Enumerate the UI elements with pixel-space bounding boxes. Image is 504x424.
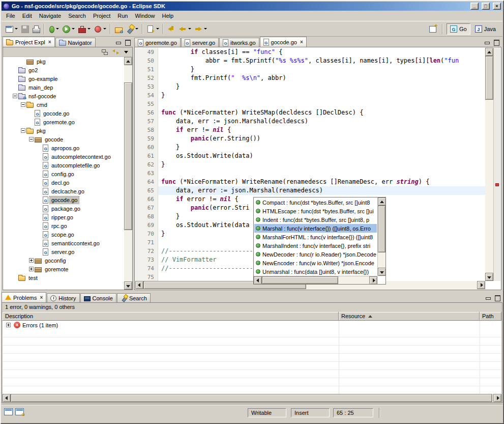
code-line-56[interactable]: 56func (*NiceFormatter) WriteSMap(declde…: [135, 108, 485, 117]
run-button[interactable]: [61, 23, 76, 35]
tree-item-rpc-go[interactable]: rpc.go: [3, 221, 124, 230]
collapse-icon[interactable]: [21, 102, 25, 107]
code-line-64[interactable]: 64func (*NiceFormatter) WriteRename(rena…: [135, 178, 485, 186]
dropdown-arrow-icon[interactable]: [156, 28, 159, 30]
search-button[interactable]: [124, 23, 140, 35]
forward-button[interactable]: [193, 23, 209, 35]
tree-item-ripper-go[interactable]: ripper.go: [3, 213, 124, 221]
print-button[interactable]: [31, 23, 42, 35]
tree-item-server-go[interactable]: server.go: [3, 247, 124, 256]
code-line-59[interactable]: 59 panic(err.String()): [135, 134, 485, 143]
completion-item-indent[interactable]: Indent : func(dst *bytes.Buffer, src []u…: [254, 215, 377, 224]
completion-item-unmarshal[interactable]: Unmarshal : func(data []uint8, v interfa…: [254, 267, 377, 275]
external-tools-button[interactable]: [76, 23, 92, 35]
view-minimize-button[interactable]: [114, 39, 123, 46]
tree-item-config-go[interactable]: config.go: [3, 169, 124, 178]
dropdown-arrow-icon[interactable]: [188, 28, 191, 30]
close-tab-icon[interactable]: ×: [300, 40, 303, 45]
scroll-right-button[interactable]: [477, 281, 485, 289]
tree-item-package-go[interactable]: package.go: [3, 204, 124, 213]
tree-item-decl-go[interactable]: decl.go: [3, 178, 124, 187]
code-line-61[interactable]: 61 os.Stdout.Write(data): [135, 152, 485, 160]
debug-button[interactable]: [47, 23, 61, 35]
editor-vertical-scrollbar[interactable]: [485, 48, 493, 281]
back-button[interactable]: [177, 23, 193, 35]
editor-tab-server-go[interactable]: server.go: [181, 38, 219, 47]
tree-item-cmd[interactable]: cmd: [3, 100, 124, 109]
scroll-right-button[interactable]: [369, 276, 377, 285]
expand-icon[interactable]: [29, 267, 34, 271]
dropdown-arrow-icon[interactable]: [15, 28, 18, 30]
new-button[interactable]: [4, 23, 19, 35]
dropdown-arrow-icon[interactable]: [103, 28, 106, 30]
view-tab-history[interactable]: History: [47, 293, 79, 302]
tree-item-goremote-go[interactable]: goremote.go: [3, 118, 124, 126]
tree-item-gocode[interactable]: gocode: [3, 135, 124, 144]
view-tab-navigator[interactable]: Navigator: [55, 38, 96, 47]
go-shortcut-icon[interactable]: [15, 408, 24, 415]
problems-row-errors-1-item[interactable]: Errors (1 item): [3, 321, 501, 329]
editor-tab-goremote-go[interactable]: goremote.go: [134, 38, 181, 47]
scroll-up-button[interactable]: [124, 57, 132, 65]
code-line-49[interactable]: 49 if classes[i] == "func" {: [135, 48, 485, 56]
menu-file[interactable]: File: [3, 11, 19, 20]
scroll-track[interactable]: [124, 65, 132, 281]
scroll-track[interactable]: [485, 56, 493, 273]
view-tab-project-expl[interactable]: Project Expl×: [3, 37, 55, 47]
minimize-button[interactable]: _: [470, 3, 479, 10]
code-line-53[interactable]: 53 }: [135, 82, 485, 91]
tree-item-declcache-go[interactable]: declcache.go: [3, 187, 124, 195]
scroll-down-button[interactable]: [124, 281, 132, 290]
tree-item-test[interactable]: test: [3, 273, 124, 282]
dropdown-arrow-icon[interactable]: [87, 28, 91, 30]
close-tab-icon[interactable]: ×: [40, 295, 43, 300]
problems-horizontal-scrollbar[interactable]: [3, 394, 501, 402]
profile-button[interactable]: [92, 23, 108, 35]
scroll-thumb[interactable]: [124, 82, 132, 230]
collapse-icon[interactable]: [13, 94, 17, 98]
tree-item-autocompletefile-go[interactable]: autocompletefile.go: [3, 161, 124, 169]
completion-item-newencoder[interactable]: NewEncoder : func(w io.Writer) *json.Enc…: [254, 259, 377, 267]
scroll-right-button[interactable]: [493, 394, 501, 402]
last-edit-location-button[interactable]: [166, 23, 177, 35]
menu-edit[interactable]: Edit: [19, 11, 36, 20]
expand-icon[interactable]: [6, 323, 11, 327]
autocomplete-horizontal-scrollbar[interactable]: [254, 276, 377, 284]
collapse-icon[interactable]: [29, 137, 34, 142]
code-line-60[interactable]: 60 }: [135, 143, 485, 152]
column-header-description[interactable]: Description: [3, 312, 339, 321]
editor-minimize-button[interactable]: [483, 39, 491, 46]
close-button[interactable]: ×: [493, 3, 501, 10]
view-minimize-button[interactable]: [484, 294, 492, 301]
scroll-left-button[interactable]: [3, 394, 11, 402]
menu-help[interactable]: Help: [159, 11, 177, 20]
expand-icon[interactable]: [29, 258, 34, 263]
view-maximize-button[interactable]: [493, 294, 501, 301]
code-line-65[interactable]: 65 data, error := json.Marshal(renamedes…: [135, 186, 485, 195]
scroll-down-button[interactable]: [378, 268, 386, 276]
close-tab-icon[interactable]: ×: [48, 40, 51, 45]
fast-view-icon[interactable]: [4, 408, 13, 415]
new-go-element-button[interactable]: [113, 23, 124, 35]
scroll-thumb[interactable]: [11, 394, 492, 402]
editor-maximize-button[interactable]: [492, 39, 500, 46]
titlebar[interactable]: Go - nsf-gocode/src/pkg/gocode/gocode.go…: [2, 2, 502, 11]
menu-run[interactable]: Run: [114, 11, 131, 20]
tree-item-go-example[interactable]: go-example: [3, 74, 124, 83]
scroll-track[interactable]: [378, 206, 386, 268]
dropdown-arrow-icon[interactable]: [56, 28, 59, 30]
dropdown-arrow-icon[interactable]: [204, 28, 207, 30]
column-header-resource[interactable]: Resource: [339, 312, 480, 321]
code-line-55[interactable]: 55: [135, 100, 485, 108]
tree-item-nsf-gocode[interactable]: nsf-gocode: [3, 92, 124, 100]
link-with-editor-button[interactable]: [111, 48, 120, 56]
tree-item-scope-go[interactable]: scope.go: [3, 230, 124, 239]
menu-navigate[interactable]: Navigate: [36, 11, 65, 20]
error-marker[interactable]: [495, 183, 499, 186]
completion-item-compact[interactable]: Compact : func(dst *bytes.Buffer, src []…: [254, 198, 377, 207]
tree-item-goremote[interactable]: goremote: [3, 265, 124, 273]
perspective-java-button[interactable]: Java: [471, 23, 499, 35]
completion-item-htmlescape[interactable]: HTMLEscape : func(dst *bytes.Buffer, src…: [254, 207, 377, 215]
tree-item-pkg[interactable]: pkg: [3, 57, 124, 66]
tree-item-gocode-go[interactable]: gocode.go: [3, 195, 124, 204]
